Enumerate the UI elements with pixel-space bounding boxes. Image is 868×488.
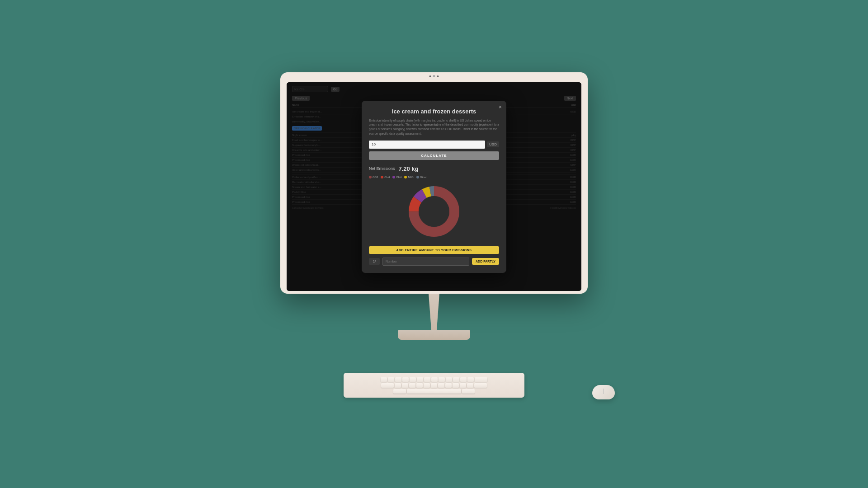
co2-dot	[369, 176, 372, 178]
net-emissions-value: 7.20 kg	[399, 165, 419, 172]
key[interactable]	[409, 383, 415, 388]
key[interactable]	[402, 383, 408, 388]
legend-n2o: N2O	[404, 176, 413, 178]
svg-point-5	[419, 196, 449, 227]
key-shift-r[interactable]	[462, 389, 475, 394]
legend-other-label: Other	[420, 176, 427, 178]
key[interactable]	[388, 377, 394, 382]
add-partly-button[interactable]: ADD PARTLY	[472, 258, 499, 265]
calculate-button[interactable]: CALCULATE	[369, 151, 499, 160]
key[interactable]	[439, 377, 445, 382]
add-entire-button[interactable]: ADD ENTIRE AMOUNT TO YOUR EMISSIONS	[369, 246, 499, 254]
key[interactable]	[446, 377, 452, 382]
key[interactable]	[395, 377, 401, 382]
key[interactable]	[381, 377, 387, 382]
key[interactable]	[402, 377, 409, 382]
donut-chart	[405, 182, 463, 241]
net-emissions-row: Net Emissions 7.20 kg	[369, 165, 499, 172]
key-space[interactable]	[407, 389, 461, 394]
key[interactable]	[460, 383, 466, 388]
modal-overlay: × Ice cream and frozen desserts Emission…	[287, 82, 581, 291]
key[interactable]	[467, 377, 474, 382]
key[interactable]	[395, 383, 401, 388]
key[interactable]	[424, 383, 430, 388]
modal-title: Ice cream and frozen desserts	[369, 108, 499, 115]
key-shift[interactable]	[393, 389, 406, 394]
input-row: USD	[369, 141, 499, 149]
key-return[interactable]	[474, 383, 487, 388]
partly-fraction: 1/	[369, 258, 380, 265]
key[interactable]	[467, 383, 473, 388]
key[interactable]	[416, 383, 423, 388]
key[interactable]	[424, 377, 430, 382]
other-dot	[416, 176, 419, 178]
net-emissions-label: Net Emissions	[369, 166, 395, 171]
key[interactable]	[417, 377, 423, 382]
key[interactable]	[453, 377, 459, 382]
key-tab[interactable]	[381, 383, 394, 388]
currency-label: USD	[487, 141, 499, 147]
key[interactable]	[445, 383, 452, 388]
calculator-modal: × Ice cream and frozen desserts Emission…	[362, 101, 506, 273]
keyboard	[344, 373, 524, 398]
chart-legend: CO2 CH4 CH4	[369, 176, 499, 178]
key[interactable]	[431, 377, 438, 382]
legend-ch4: CH4	[381, 176, 390, 178]
close-button[interactable]: ×	[499, 104, 502, 110]
legend-ch4-label: CH4	[384, 176, 390, 178]
legend-co2: CO2	[369, 176, 378, 178]
modal-description: Emission intensity of supply chain (with…	[369, 118, 499, 136]
legend-ch4b: CH4	[392, 176, 401, 178]
monitor-base	[398, 330, 470, 340]
key[interactable]	[460, 377, 467, 382]
legend-other: Other	[416, 176, 427, 178]
legend-ch4b-label: CH4	[396, 176, 401, 178]
key[interactable]	[431, 383, 437, 388]
key[interactable]	[410, 377, 416, 382]
donut-chart-container	[369, 182, 499, 241]
legend-n2o-label: N2O	[408, 176, 413, 178]
key[interactable]	[453, 383, 459, 388]
amount-input[interactable]	[369, 141, 485, 149]
ch4b-dot	[392, 176, 395, 178]
monitor-neck	[420, 294, 448, 330]
key[interactable]	[438, 383, 444, 388]
partly-number-input[interactable]	[382, 258, 469, 266]
mouse[interactable]	[592, 385, 615, 399]
n2o-dot	[404, 176, 407, 178]
add-partly-row: 1/ ADD PARTLY	[369, 258, 499, 266]
key-backspace[interactable]	[475, 377, 487, 382]
ch4-dot	[381, 176, 383, 178]
